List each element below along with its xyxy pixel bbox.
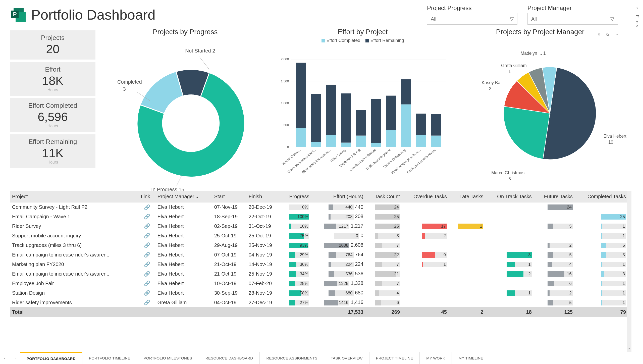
column-header[interactable]: On Track Tasks (485, 191, 533, 202)
column-header[interactable]: Start (212, 191, 247, 202)
link-icon[interactable]: 🔗 (144, 204, 150, 210)
link-icon[interactable]: 🔗 (144, 262, 150, 267)
kpi-card[interactable]: Effort 18K Hours (10, 62, 95, 96)
bar-indicator: 2608 (324, 243, 349, 248)
tab-prev[interactable]: ‹ (0, 352, 10, 364)
link-icon[interactable]: 🔗 (144, 214, 150, 219)
kpi-label: Effort Remaining (28, 138, 77, 146)
bar-indicator: 5 (601, 243, 626, 248)
filter-manager-select[interactable]: All ▽ (527, 13, 618, 25)
svg-text:Kasey Ba...: Kasey Ba... (482, 80, 504, 85)
cell-start: 07-Oct-19 (212, 250, 247, 259)
link-icon[interactable]: 🔗 (144, 223, 150, 229)
svg-text:Employee benefits review: Employee benefits review (406, 148, 437, 174)
table-row[interactable]: Support mobile account inquiry 🔗 Elva He… (10, 231, 628, 240)
tab-resource-assignments[interactable]: RESOURCE ASSIGNMENTS (260, 352, 324, 364)
column-header[interactable]: Project Manager ▲ (155, 191, 212, 202)
filter-icon[interactable]: ▽ (598, 33, 600, 37)
table-row[interactable]: Marketing plan FY2020 🔗 Elva Hebert 21-O… (10, 259, 628, 269)
table-row[interactable]: Station Design 🔗 Elva Hebert 30-Sep-19 2… (10, 288, 628, 298)
cell-pm: Elva Hebert (155, 288, 212, 298)
svg-rect-40 (401, 79, 411, 105)
column-header[interactable]: Progress (281, 191, 311, 202)
chart-projects-by-progress[interactable]: Projects by Progress Not Started 2Comple… (97, 28, 273, 189)
column-header[interactable]: Finish (247, 191, 281, 202)
more-icon[interactable]: ⋯ (615, 33, 618, 37)
projects-table[interactable]: ProjectLinkProject Manager ▲StartFinishP… (0, 191, 643, 352)
kpi-card[interactable]: Effort Remaining 11K Hours (10, 134, 95, 168)
link-icon[interactable]: 🔗 (144, 242, 150, 248)
page-title: Portfolio Dashboard (31, 7, 155, 23)
svg-text:Not Started 2: Not Started 2 (185, 48, 215, 54)
table-row[interactable]: Community Survey - Light Rail P2 🔗 Elva … (10, 202, 628, 212)
tab-resource-dashboard[interactable]: RESOURCE DASHBOARD (199, 352, 260, 364)
tab-portfolio-milestones[interactable]: PORTFOLIO MILESTONES (137, 352, 199, 364)
table-row[interactable]: Email campaign to increase rider's aware… (10, 250, 628, 259)
filter-manager: Project Manager All ▽ (527, 5, 618, 25)
progress-bar: 29% (289, 252, 309, 258)
kpi-card[interactable]: Effort Completed 6,596 Hours (10, 98, 95, 132)
filters-pane-toggle[interactable]: Filters (634, 15, 640, 27)
table-row[interactable]: Employee Job Fair 🔗 Elva Hebert 10-Oct-1… (10, 279, 628, 288)
table-row[interactable]: Email campaign to increase rider's aware… (10, 269, 628, 279)
svg-rect-30 (356, 136, 366, 147)
cell-finish: 25-Oct-19 (247, 231, 281, 240)
filter-progress-select[interactable]: All ▽ (427, 13, 517, 25)
kpi-label: Projects (41, 34, 65, 42)
column-header[interactable]: Completed Tasks (575, 191, 628, 202)
cell-project: Support mobile account inquiry (10, 231, 139, 240)
link-icon[interactable]: 🔗 (144, 300, 150, 305)
link-icon[interactable]: 🔗 (144, 252, 150, 257)
column-header[interactable]: Overdue Tasks (402, 191, 449, 202)
link-icon[interactable]: 🔗 (144, 233, 150, 238)
kpi-card[interactable]: Projects 20 (10, 30, 95, 60)
bar-indicator: 2 (422, 233, 447, 239)
filter-progress-label: Project Progress (427, 5, 517, 12)
bar-indicator: 9 (422, 252, 447, 258)
scroll-up-icon[interactable]: ˆ (629, 191, 630, 195)
svg-text:Develop train schedule: Develop train schedule (349, 148, 377, 172)
tab-my-work[interactable]: MY WORK (420, 352, 452, 364)
table-row[interactable]: Rider Survey 🔗 Elva Hebert 02-Sep-19 31-… (10, 221, 628, 231)
tab-my-timeline[interactable]: MY TIMELINE (452, 352, 490, 364)
link-icon[interactable]: 🔗 (144, 290, 150, 296)
svg-rect-43 (416, 114, 426, 135)
bar-indicator: 22 (375, 252, 400, 258)
tab-next[interactable]: › (10, 352, 20, 364)
scrollbar-vertical[interactable]: ˆ ˇ (627, 191, 631, 352)
table-row[interactable]: Track upgrades (miles 3 thru 6) 🔗 Elva H… (10, 240, 628, 250)
cell-project: Marketing plan FY2020 (10, 259, 139, 269)
bar-indicator: 17 (422, 224, 447, 229)
tab-portfolio-dashboard[interactable]: PORTFOLIO DASHBOARD (20, 352, 82, 364)
chart-projects-by-manager[interactable]: Projects by Project Manager Madelyn ... … (452, 28, 628, 189)
collapse-icon[interactable]: ‹ (636, 5, 638, 10)
tab-portfolio-timeline[interactable]: PORTFOLIO TIMELINE (82, 352, 137, 364)
column-header[interactable]: Future Tasks (534, 191, 575, 202)
bookmark-icon[interactable]: ⧉ (606, 33, 609, 37)
table-row[interactable]: Rider safety improvements 🔗 Greta Gillia… (10, 298, 628, 307)
bar-indicator: 3 (601, 271, 626, 277)
tab-task-overview[interactable]: TASK OVERVIEW (324, 352, 369, 364)
tab-project-timeline[interactable]: PROJECT TIMELINE (369, 352, 420, 364)
column-header[interactable]: Effort (Hours) (311, 191, 365, 202)
scroll-down-icon[interactable]: ˇ (629, 348, 630, 352)
column-header[interactable]: Task Count (365, 191, 402, 202)
svg-text:Elva Hebert: Elva Hebert (604, 134, 626, 139)
chevron-down-icon: ▽ (510, 16, 514, 22)
bar-indicator: 1 (601, 233, 626, 239)
bar-indicator: 21 (375, 271, 400, 277)
cell-project: Track upgrades (miles 3 thru 6) (10, 240, 139, 250)
progress-bar: 58% (289, 290, 309, 296)
column-header[interactable]: Project (10, 191, 139, 202)
column-header[interactable]: Late Tasks (449, 191, 485, 202)
page-tabs: ‹ › PORTFOLIO DASHBOARDPORTFOLIO TIMELIN… (0, 352, 643, 364)
svg-rect-25 (326, 85, 336, 135)
cell-start: 10-Oct-19 (212, 279, 247, 288)
cell-project: Station Design (10, 288, 139, 298)
filter-manager-label: Project Manager (527, 5, 618, 12)
column-header[interactable]: Link (139, 191, 155, 202)
table-row[interactable]: Email Campaign - Wave 1 🔗 Elva Hebert 18… (10, 212, 628, 221)
chart-effort-by-project[interactable]: Effort by Project Effort Completed Effor… (275, 28, 451, 189)
link-icon[interactable]: 🔗 (144, 281, 150, 286)
link-icon[interactable]: 🔗 (144, 271, 150, 277)
